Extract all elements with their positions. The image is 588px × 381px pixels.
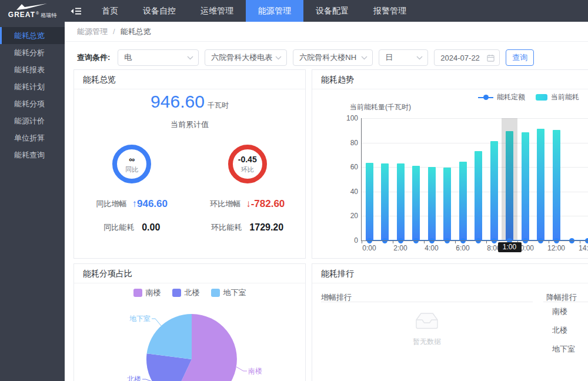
sidebar-item-6[interactable]: 能源计价 <box>0 112 65 129</box>
trend-bar[interactable] <box>490 141 498 240</box>
main-nav: 首页设备自控运维管理能源管理设备配置报警管理 <box>89 0 419 22</box>
sidebar: 能耗总览能耗分析能耗报表能耗计划能耗分项能源计价单位折算能耗查询 <box>0 22 65 381</box>
y-tick-label: 40 <box>336 188 358 196</box>
date-picker[interactable]: 2024-07-22 <box>434 49 500 66</box>
query-select-3[interactable]: 六院骨科大楼NH <box>293 49 373 66</box>
query-select-value-3: 六院骨科大楼NH <box>299 52 356 63</box>
brand-logo: GREAT ® 格瑞特 <box>0 0 65 22</box>
gridline <box>361 118 588 119</box>
y-tick-label: 20 <box>336 212 358 220</box>
sidebar-item-8[interactable]: 能耗查询 <box>0 146 65 163</box>
energy-label: 同比能耗 <box>103 222 134 233</box>
trend-bar[interactable] <box>443 168 451 240</box>
chevron-down-icon <box>187 56 193 60</box>
growth-label: 同比增幅 <box>96 199 127 209</box>
panel-energy-overview: 能耗总览 946.60千瓦时 当前累计值 ∞同比同比增幅↑946.60同比能耗0… <box>74 69 306 259</box>
x-axis-tick <box>455 241 456 243</box>
total-energy-caption: 当前累计值 <box>74 119 305 130</box>
x-axis-line <box>361 240 588 241</box>
trend-bar[interactable] <box>537 129 544 240</box>
chevron-down-icon <box>275 56 282 60</box>
decrease-ranking-item-3[interactable]: 地下室 <box>552 344 575 355</box>
growth-line: 环比增幅↓-782.60 <box>210 198 285 210</box>
sidebar-item-4[interactable]: 能耗计划 <box>0 78 65 95</box>
y-tick-label: 60 <box>336 163 358 171</box>
nav-item-6[interactable]: 报警管理 <box>361 0 419 22</box>
ring-value: -0.45 <box>238 155 257 164</box>
nav-item-2[interactable]: 设备自控 <box>131 0 188 22</box>
query-condition-label: 查询条件: <box>77 52 110 63</box>
x-axis-tick <box>549 241 549 243</box>
trend-bar[interactable] <box>428 167 436 240</box>
logo-swoosh-icon <box>15 3 49 11</box>
y-axis-line <box>361 118 362 240</box>
query-select-4[interactable]: 日 <box>379 49 428 66</box>
y-tick-label: 0 <box>336 236 358 245</box>
x-tick-label: 6:00 <box>450 244 475 252</box>
pie-slice-label: 南楼 <box>248 367 262 375</box>
decrease-ranking-item-1[interactable]: 南楼 <box>552 306 567 317</box>
sidebar-item-1[interactable]: 能耗总览 <box>0 27 65 44</box>
total-energy-unit: 千瓦时 <box>208 101 229 109</box>
trend-chart: 0204060801000:002:004:006:008:0010:0012:… <box>312 70 588 258</box>
trend-bar[interactable] <box>522 132 529 240</box>
date-value: 2024-07-22 <box>440 54 480 62</box>
axis-pointer-label: 1:00 <box>498 242 522 252</box>
trend-bar[interactable] <box>459 162 467 240</box>
collapse-sidebar-icon[interactable] <box>71 6 82 16</box>
query-select-1[interactable]: 电 <box>118 49 199 66</box>
trend-bar[interactable] <box>412 166 420 240</box>
growth-line: 同比增幅↑946.60 <box>96 198 168 210</box>
decrease-ranking-item-2[interactable]: 北楼 <box>552 325 567 336</box>
nav-item-3[interactable]: 运维管理 <box>188 0 246 22</box>
energy-value: 1729.20 <box>249 222 283 233</box>
pie-slice-label: 地下室 <box>129 315 151 323</box>
trend-bar[interactable] <box>475 151 482 240</box>
energy-label: 环比能耗 <box>211 222 242 233</box>
nav-item-4[interactable]: 能源管理 <box>246 0 303 22</box>
x-axis-tick <box>424 241 425 243</box>
breadcrumb-item-2[interactable]: 能耗总览 <box>121 26 151 37</box>
x-axis-tick <box>580 241 580 243</box>
trend-bar[interactable] <box>553 130 560 240</box>
pie-chart: 南楼北楼地下室 <box>74 283 306 381</box>
breadcrumb-separator: / <box>113 27 115 36</box>
chevron-down-icon <box>361 56 368 60</box>
x-axis-tick <box>486 241 487 243</box>
search-button[interactable]: 查询 <box>506 49 534 66</box>
top-navbar: GREAT ® 格瑞特 首页设备自控运维管理能源管理设备配置报警管理 <box>0 0 588 22</box>
ring-value: ∞ <box>129 155 135 164</box>
sidebar-item-5[interactable]: 能耗分项 <box>0 95 65 112</box>
query-select-value-4: 日 <box>385 52 393 63</box>
ring-label: 同比 <box>125 165 138 174</box>
chevron-down-icon <box>416 56 423 60</box>
calendar-icon <box>487 54 495 62</box>
x-tick-label: 0:00 <box>357 244 382 252</box>
sidebar-item-3[interactable]: 能耗报表 <box>0 61 65 78</box>
energy-value: 0.00 <box>142 222 160 233</box>
x-tick-label: 4:00 <box>419 244 444 252</box>
empty-inbox-icon <box>415 311 439 330</box>
x-axis-tick <box>393 241 393 243</box>
brand-name: GREAT <box>8 11 35 19</box>
trend-bar[interactable] <box>397 163 405 240</box>
trend-bar[interactable] <box>366 163 373 240</box>
sidebar-item-7[interactable]: 单位折算 <box>0 129 65 146</box>
total-energy-value: 946.60 <box>151 92 205 111</box>
y-tick-label: 100 <box>336 114 358 122</box>
nav-item-1[interactable]: 首页 <box>89 0 131 22</box>
brand-name-chinese: 格瑞特 <box>41 12 56 19</box>
query-select-2[interactable]: 六院骨科大楼电表 <box>205 49 287 66</box>
x-tick-label: 2:00 <box>388 244 413 252</box>
panel-energy-trend: 能耗趋势 能耗定额 当前能耗 当前能耗量(千瓦时) 0204060801000:… <box>312 69 588 259</box>
breadcrumb-item-1[interactable]: 能源管理 <box>77 26 108 37</box>
trend-bar[interactable] <box>381 163 389 240</box>
empty-state-text: 暂无数据 <box>403 337 450 347</box>
sidebar-item-2[interactable]: 能耗分析 <box>0 44 65 61</box>
pie-slice-地下室[interactable] <box>147 314 192 359</box>
panel-energy-breakdown: 能耗分项占比 南楼北楼地下室 南楼北楼地下室 <box>74 263 306 381</box>
y-tick-label: 80 <box>336 139 358 147</box>
pie-slice-label: 北楼 <box>127 375 141 381</box>
nav-item-5[interactable]: 设备配置 <box>303 0 361 22</box>
x-axis-tick <box>362 241 362 243</box>
